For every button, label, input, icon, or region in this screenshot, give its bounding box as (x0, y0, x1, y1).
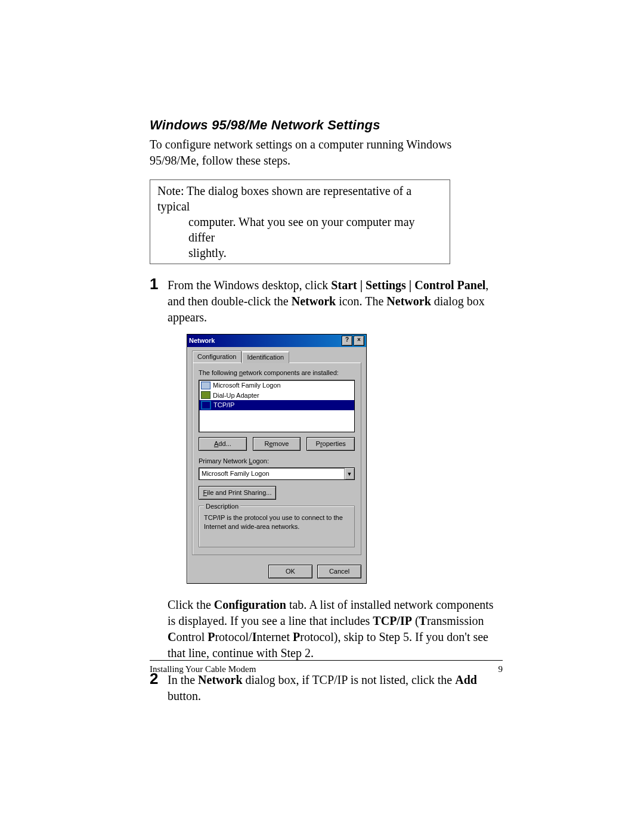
chevron-down-icon[interactable]: ▼ (344, 468, 354, 479)
intro-text: To configure network settings on a compu… (150, 137, 503, 169)
installed-components-label: The following network components are ins… (199, 368, 355, 377)
description-legend: Description (204, 502, 240, 511)
step-1-bold-2: Network (292, 295, 336, 308)
list-item-selected[interactable]: TCP/IP (199, 400, 354, 410)
note-line-2: computer. What you see on your computer … (188, 214, 444, 245)
note-line-3: slightly. (188, 245, 444, 261)
page-heading: Windows 95/98/Me Network Settings (150, 117, 503, 133)
primary-logon-combo[interactable]: Microsoft Family Logon ▼ (199, 467, 355, 480)
tab-identification[interactable]: Identification (242, 351, 289, 363)
step-1-followup: Click the Configuration tab. A list of i… (168, 597, 503, 661)
page-footer: Installing Your Cable Modem 9 (150, 660, 503, 674)
tab-configuration[interactable]: Configuration (192, 351, 242, 363)
cancel-button[interactable]: Cancel (317, 565, 361, 578)
properties-button[interactable]: Properties (306, 437, 355, 451)
step-2: 2 In the Network dialog box, if TCP/IP i… (150, 672, 503, 704)
dialog-pane: The following network components are ins… (192, 363, 361, 555)
client-icon (201, 382, 210, 389)
step-1-text-a: From the Windows desktop, click (168, 278, 331, 292)
footer-chapter: Installing Your Cable Modem (150, 664, 256, 674)
list-item-label: Microsoft Family Logon (213, 381, 281, 390)
dialog-title: Network (189, 336, 215, 345)
add-button[interactable]: Add... (199, 437, 247, 451)
close-button[interactable]: × (354, 336, 364, 346)
step-1-bold-3: Network (386, 295, 431, 308)
combo-value: Microsoft Family Logon (202, 469, 270, 478)
list-item[interactable]: Microsoft Family Logon (199, 380, 354, 391)
remove-button[interactable]: Remove (253, 437, 301, 451)
file-print-sharing-button[interactable]: File and Print Sharing... (199, 486, 276, 500)
note-line-1: Note: The dialog boxes shown are represe… (157, 183, 444, 214)
list-item[interactable]: Dial-Up Adapter (199, 391, 354, 401)
list-item-label: Dial-Up Adapter (213, 391, 259, 400)
list-item-label: TCP/IP (213, 401, 234, 410)
footer-page-number: 9 (499, 664, 503, 674)
description-text: TCP/IP is the protocol you use to connec… (204, 514, 343, 530)
network-dialog: Network ? × Configuration Identification… (187, 334, 367, 584)
help-button[interactable]: ? (342, 336, 352, 346)
protocol-icon (201, 401, 211, 410)
description-group: Description TCP/IP is the protocol you u… (199, 506, 355, 547)
primary-network-logon-label: Primary Network Logon: (199, 457, 355, 466)
step-1-text-c: icon. The (336, 295, 386, 308)
dialog-titlebar[interactable]: Network ? × (187, 335, 366, 347)
step-1-bold-1: Start | Settings | Control Panel (331, 278, 485, 292)
ok-button[interactable]: OK (268, 565, 312, 578)
note-box: Note: The dialog boxes shown are represe… (150, 179, 450, 264)
components-listbox[interactable]: Microsoft Family Logon Dial-Up Adapter T… (199, 380, 355, 432)
adapter-icon (201, 391, 210, 399)
step-1-number: 1 (150, 274, 158, 295)
step-1: 1 From the Windows desktop, click Start … (150, 277, 503, 661)
